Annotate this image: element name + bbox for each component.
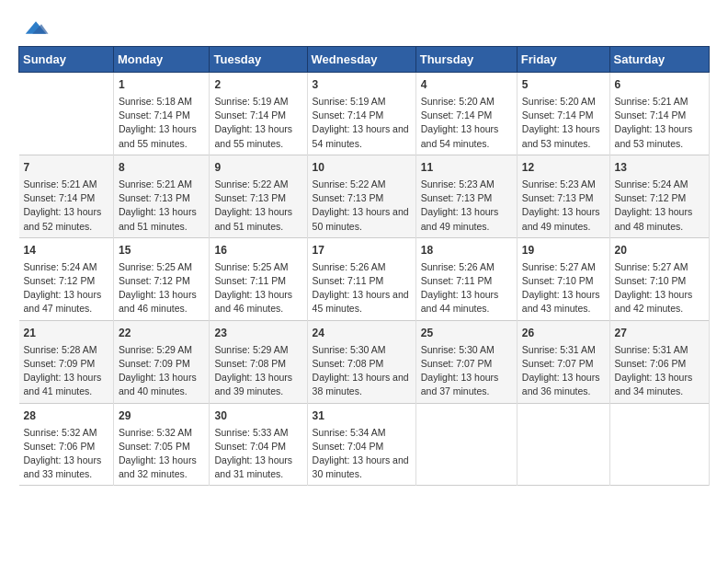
calendar-cell: 8Sunrise: 5:21 AMSunset: 7:13 PMDaylight… [114,155,210,237]
day-number: 27 [615,325,704,341]
day-number: 4 [421,76,512,93]
day-number: 19 [522,242,605,259]
cell-info: Sunrise: 5:22 AMSunset: 7:13 PMDaylight:… [313,178,411,234]
calendar-cell: 31Sunrise: 5:34 AMSunset: 7:04 PMDayligh… [307,403,415,486]
day-header-friday: Friday [517,47,609,73]
calendar-cell: 25Sunrise: 5:30 AMSunset: 7:07 PMDayligh… [415,320,517,403]
day-header-sunday: Sunday [19,47,114,73]
calendar-week-row: 14Sunrise: 5:24 AMSunset: 7:12 PMDayligh… [19,237,710,320]
day-number: 20 [615,242,704,259]
day-number: 18 [421,242,512,259]
day-number: 1 [119,76,204,93]
day-number: 9 [214,159,301,176]
cell-info: Sunrise: 5:24 AMSunset: 7:12 PMDaylight:… [615,178,704,234]
day-number: 7 [24,159,109,176]
day-number: 24 [313,325,411,341]
calendar-cell: 3Sunrise: 5:19 AMSunset: 7:14 PMDaylight… [307,73,415,155]
calendar-cell: 11Sunrise: 5:23 AMSunset: 7:13 PMDayligh… [415,155,517,237]
day-number: 30 [214,408,301,424]
cell-info: Sunrise: 5:31 AMSunset: 7:07 PMDaylight:… [522,343,605,399]
cell-info: Sunrise: 5:25 AMSunset: 7:12 PMDaylight:… [119,260,204,316]
day-number: 13 [615,159,704,176]
day-number: 8 [119,159,204,176]
calendar-cell: 30Sunrise: 5:33 AMSunset: 7:04 PMDayligh… [210,403,307,486]
calendar-cell: 6Sunrise: 5:21 AMSunset: 7:14 PMDaylight… [609,73,709,155]
calendar-cell: 4Sunrise: 5:20 AMSunset: 7:14 PMDaylight… [415,73,517,155]
day-number: 3 [313,76,411,93]
cell-info: Sunrise: 5:34 AMSunset: 7:04 PMDaylight:… [313,426,411,482]
calendar-cell: 5Sunrise: 5:20 AMSunset: 7:14 PMDaylight… [517,73,609,155]
cell-info: Sunrise: 5:31 AMSunset: 7:06 PMDaylight:… [615,343,704,399]
cell-info: Sunrise: 5:30 AMSunset: 7:08 PMDaylight:… [313,343,411,399]
page-header [18,18,710,37]
day-number: 12 [522,159,605,176]
day-number: 21 [24,325,109,341]
day-number: 31 [313,408,411,424]
cell-info: Sunrise: 5:32 AMSunset: 7:06 PMDaylight:… [24,426,109,482]
day-number: 26 [522,325,605,341]
cell-info: Sunrise: 5:32 AMSunset: 7:05 PMDaylight:… [119,426,204,482]
logo [18,18,50,37]
cell-info: Sunrise: 5:30 AMSunset: 7:07 PMDaylight:… [421,343,512,399]
calendar-cell: 2Sunrise: 5:19 AMSunset: 7:14 PMDaylight… [210,73,307,155]
calendar-cell: 14Sunrise: 5:24 AMSunset: 7:12 PMDayligh… [19,237,114,320]
cell-info: Sunrise: 5:29 AMSunset: 7:08 PMDaylight:… [214,343,301,399]
day-number: 14 [24,242,109,259]
calendar-cell: 16Sunrise: 5:25 AMSunset: 7:11 PMDayligh… [210,237,307,320]
calendar-week-row: 28Sunrise: 5:32 AMSunset: 7:06 PMDayligh… [19,403,710,486]
cell-info: Sunrise: 5:26 AMSunset: 7:11 PMDaylight:… [313,260,411,316]
cell-info: Sunrise: 5:22 AMSunset: 7:13 PMDaylight:… [214,178,301,234]
day-number: 10 [313,159,411,176]
cell-info: Sunrise: 5:33 AMSunset: 7:04 PMDaylight:… [214,426,301,482]
cell-info: Sunrise: 5:27 AMSunset: 7:10 PMDaylight:… [522,260,605,316]
cell-info: Sunrise: 5:20 AMSunset: 7:14 PMDaylight:… [522,95,605,151]
calendar-cell: 28Sunrise: 5:32 AMSunset: 7:06 PMDayligh… [19,403,114,486]
day-number: 16 [214,242,301,259]
day-number: 17 [313,242,411,259]
logo-icon [22,18,50,37]
cell-info: Sunrise: 5:21 AMSunset: 7:14 PMDaylight:… [615,95,704,151]
day-header-saturday: Saturday [609,47,709,73]
calendar-cell [19,73,114,155]
day-header-monday: Monday [114,47,210,73]
calendar-cell: 19Sunrise: 5:27 AMSunset: 7:10 PMDayligh… [517,237,609,320]
day-number: 25 [421,325,512,341]
calendar-cell: 17Sunrise: 5:26 AMSunset: 7:11 PMDayligh… [307,237,415,320]
cell-info: Sunrise: 5:28 AMSunset: 7:09 PMDaylight:… [24,343,109,399]
calendar-cell: 9Sunrise: 5:22 AMSunset: 7:13 PMDaylight… [210,155,307,237]
cell-info: Sunrise: 5:23 AMSunset: 7:13 PMDaylight:… [421,178,512,234]
day-header-wednesday: Wednesday [307,47,415,73]
cell-info: Sunrise: 5:27 AMSunset: 7:10 PMDaylight:… [615,260,704,316]
calendar-cell [517,403,609,486]
calendar-week-row: 1Sunrise: 5:18 AMSunset: 7:14 PMDaylight… [19,73,710,155]
calendar-cell: 15Sunrise: 5:25 AMSunset: 7:12 PMDayligh… [114,237,210,320]
calendar-cell [609,403,709,486]
cell-info: Sunrise: 5:20 AMSunset: 7:14 PMDaylight:… [421,95,512,151]
calendar-week-row: 21Sunrise: 5:28 AMSunset: 7:09 PMDayligh… [19,320,710,403]
day-number: 6 [615,76,704,93]
calendar-cell: 22Sunrise: 5:29 AMSunset: 7:09 PMDayligh… [114,320,210,403]
day-number: 11 [421,159,512,176]
calendar-cell: 20Sunrise: 5:27 AMSunset: 7:10 PMDayligh… [609,237,709,320]
cell-info: Sunrise: 5:21 AMSunset: 7:13 PMDaylight:… [119,178,204,234]
calendar-header-row: SundayMondayTuesdayWednesdayThursdayFrid… [19,47,710,73]
cell-info: Sunrise: 5:29 AMSunset: 7:09 PMDaylight:… [119,343,204,399]
day-number: 23 [214,325,301,341]
cell-info: Sunrise: 5:25 AMSunset: 7:11 PMDaylight:… [214,260,301,316]
day-number: 28 [24,408,109,424]
calendar-cell: 27Sunrise: 5:31 AMSunset: 7:06 PMDayligh… [609,320,709,403]
calendar-cell: 21Sunrise: 5:28 AMSunset: 7:09 PMDayligh… [19,320,114,403]
calendar-cell: 26Sunrise: 5:31 AMSunset: 7:07 PMDayligh… [517,320,609,403]
cell-info: Sunrise: 5:24 AMSunset: 7:12 PMDaylight:… [24,260,109,316]
day-header-tuesday: Tuesday [210,47,307,73]
calendar-cell: 13Sunrise: 5:24 AMSunset: 7:12 PMDayligh… [609,155,709,237]
calendar-table: SundayMondayTuesdayWednesdayThursdayFrid… [18,46,710,486]
calendar-cell: 7Sunrise: 5:21 AMSunset: 7:14 PMDaylight… [19,155,114,237]
calendar-cell: 24Sunrise: 5:30 AMSunset: 7:08 PMDayligh… [307,320,415,403]
calendar-cell: 29Sunrise: 5:32 AMSunset: 7:05 PMDayligh… [114,403,210,486]
day-header-thursday: Thursday [415,47,517,73]
day-number: 5 [522,76,605,93]
cell-info: Sunrise: 5:18 AMSunset: 7:14 PMDaylight:… [119,95,204,151]
cell-info: Sunrise: 5:21 AMSunset: 7:14 PMDaylight:… [24,178,109,234]
calendar-cell: 18Sunrise: 5:26 AMSunset: 7:11 PMDayligh… [415,237,517,320]
